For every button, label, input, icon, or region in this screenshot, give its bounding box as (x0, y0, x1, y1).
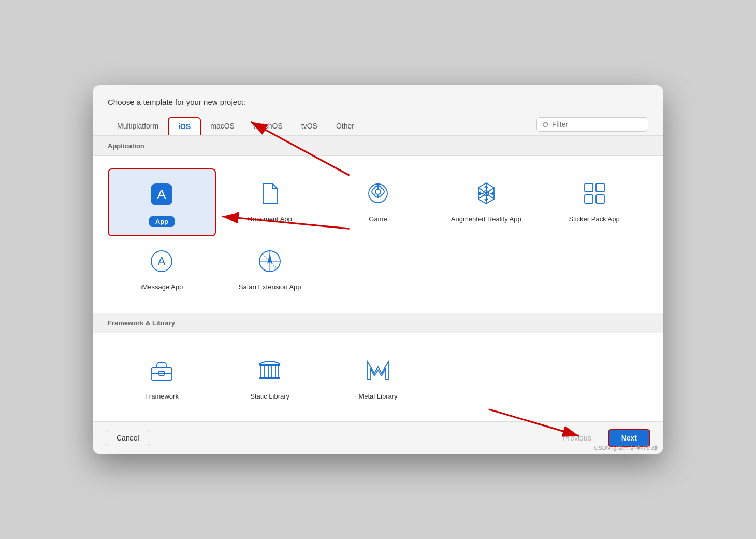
tab-ios[interactable]: iOS (168, 117, 201, 135)
application-section-title: Application (108, 142, 144, 150)
svg-rect-16 (596, 183, 604, 192)
app-icon: A (145, 178, 178, 211)
document-icon (253, 177, 286, 210)
svg-rect-18 (596, 195, 604, 203)
safari-extension-label: Safari Extension App (239, 283, 301, 292)
template-safari-extension[interactable]: Safari Extension App (216, 236, 324, 300)
tab-tvos[interactable]: tvOS (292, 118, 327, 134)
template-imessage-app[interactable]: A iMessage App (108, 236, 216, 300)
template-document-app[interactable]: Document App (216, 168, 324, 236)
sticker-icon (578, 177, 611, 210)
metal-icon (361, 354, 395, 387)
template-app[interactable]: A App (108, 168, 216, 236)
filter-box[interactable]: ⊜ (536, 117, 648, 132)
application-grid: A App Document App (93, 156, 663, 313)
filter-input[interactable] (552, 120, 643, 129)
template-sticker-app[interactable]: Sticker Pack App (540, 168, 648, 236)
svg-text:A: A (157, 187, 167, 202)
dialog-header: Choose a template for your new project: (93, 85, 663, 113)
metal-library-label: Metal Library (358, 392, 397, 401)
imessage-app-label: iMessage App (141, 283, 183, 292)
application-section-header: Application (93, 135, 663, 156)
game-icon (361, 177, 395, 210)
tab-multiplatform[interactable]: Multiplatform (108, 118, 168, 134)
safari-icon (253, 245, 286, 278)
svg-rect-27 (151, 368, 172, 380)
template-framework[interactable]: Framework (108, 346, 216, 409)
svg-rect-32 (261, 366, 264, 377)
tabs-row: Multiplatform iOS macOS watchOS tvOS Oth… (93, 113, 663, 135)
game-label: Game (369, 215, 387, 224)
tab-watchos[interactable]: watchOS (244, 118, 292, 134)
dialog-footer: Cancel Previous Next (93, 421, 663, 454)
ar-icon (470, 177, 503, 210)
template-ar-app[interactable]: Augmented Reality App (432, 168, 540, 236)
template-static-library[interactable]: Static Library (216, 346, 324, 409)
framework-label: Framework (145, 392, 179, 401)
svg-rect-15 (585, 183, 593, 192)
dialog-title: Choose a template for your new project: (108, 97, 245, 106)
framework-section-header: Framework & Library (93, 313, 663, 333)
svg-rect-33 (268, 366, 271, 377)
svg-text:A: A (158, 254, 166, 267)
previous-button[interactable]: Previous (553, 430, 601, 446)
template-game[interactable]: Game (324, 168, 432, 236)
watermark: CSDN @第三女神程忆雄 (594, 444, 658, 452)
cancel-button[interactable]: Cancel (106, 430, 150, 446)
app-selected-badge: App (149, 216, 175, 227)
sticker-app-label: Sticker Pack App (569, 215, 619, 224)
svg-point-7 (375, 189, 381, 194)
template-metal-library[interactable]: Metal Library (324, 346, 432, 409)
document-app-label: Document App (248, 215, 292, 224)
static-icon (253, 354, 286, 387)
framework-icon (145, 354, 178, 387)
tab-other[interactable]: Other (327, 118, 364, 134)
svg-rect-17 (585, 195, 593, 203)
imessage-icon: A (145, 245, 178, 278)
framework-grid: Framework Static Library (93, 333, 663, 422)
template-dialog: Choose a template for your new project: … (93, 85, 663, 455)
framework-section-title: Framework & Library (108, 319, 175, 327)
content-area: Application A App (93, 135, 663, 422)
svg-marker-35 (368, 362, 388, 379)
filter-icon: ⊜ (542, 120, 549, 129)
svg-rect-34 (275, 366, 279, 377)
tab-macos[interactable]: macOS (201, 118, 244, 134)
ar-app-label: Augmented Reality App (451, 215, 521, 224)
static-library-label: Static Library (250, 392, 289, 401)
